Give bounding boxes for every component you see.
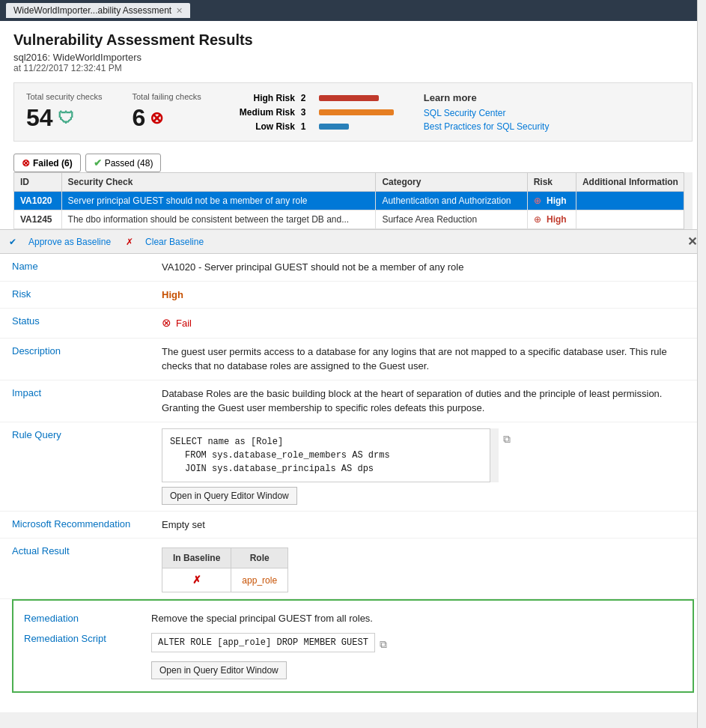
open-remediation-query-button[interactable]: Open in Query Editor Window: [151, 661, 287, 679]
table-scrollbar[interactable]: [684, 172, 693, 229]
col-role: Role: [231, 548, 288, 568]
failed-tab[interactable]: ⊗ Failed (6): [13, 154, 81, 172]
total-failing-value: 6 ⊗: [132, 104, 163, 132]
row-id: VA1020: [14, 192, 62, 210]
script-box: ALTER ROLE [app_role] DROP MEMBER GUEST: [151, 633, 375, 652]
total-failing-stat: Total failing checks 6 ⊗: [132, 92, 201, 132]
script-box-wrapper: ALTER ROLE [app_role] DROP MEMBER GUEST …: [151, 633, 682, 652]
remediation-row: Remediation Remove the special principal…: [24, 608, 682, 628]
page-title: Vulnerability Assessment Results: [13, 31, 693, 49]
script-text: ALTER ROLE [app_role] DROP MEMBER GUEST: [158, 637, 368, 648]
code-line-1: SELECT name as [Role]: [170, 435, 490, 449]
code-line-2: FROM sys.database_role_members AS drms: [185, 449, 490, 462]
name-key: Name: [12, 260, 162, 272]
total-checks-value: 54 🛡: [26, 104, 74, 132]
table-header-row: ID Security Check Category Risk Addition…: [14, 173, 693, 192]
result-header-row: In Baseline Role: [162, 548, 288, 568]
impact-val: Database Roles are the basic building bl…: [162, 386, 694, 416]
risk-label-text: High: [547, 195, 567, 206]
detail-toolbar: ✔ Approve as Baseline ✗ Clear Baseline ✕: [0, 230, 706, 254]
ms-rec-key: Microsoft Recommendation: [12, 518, 162, 530]
passed-tab[interactable]: ✔ Passed (48): [85, 154, 162, 172]
description-key: Description: [12, 345, 162, 357]
approve-baseline-button[interactable]: Approve as Baseline: [28, 237, 111, 247]
code-box-container: SELECT name as [Role] FROM sys.database_…: [162, 428, 499, 482]
passed-tab-label: Passed (48): [105, 158, 153, 169]
detail-name-row: Name VA1020 - Server principal GUEST sho…: [0, 254, 706, 282]
row-risk: ⊕ High: [527, 192, 576, 210]
col-check: Security Check: [61, 173, 376, 192]
remediation-script-key: Remediation Script: [24, 633, 151, 644]
risk-val: High: [162, 288, 694, 303]
remediation-script-val: ALTER ROLE [app_role] DROP MEMBER GUEST …: [151, 633, 682, 679]
high-risk-bar: [319, 95, 379, 101]
medium-risk-bar: [319, 109, 394, 115]
actual-result-table: In Baseline Role ✗ app_role: [162, 547, 288, 592]
actual-result-val: In Baseline Role ✗ app_role: [162, 545, 694, 592]
fail-icon: ⊗: [162, 315, 171, 332]
detail-actual-result-row: Actual Result In Baseline Role: [0, 539, 706, 599]
failed-tab-icon: ⊗: [22, 157, 30, 169]
tab-label: WideWorldImporter...ability Assessment: [13, 5, 171, 16]
remediation-section: Remediation Remove the special principal…: [12, 599, 694, 693]
page-date: at 11/22/2017 12:32:41 PM: [13, 63, 693, 73]
risk-icon: ⊕: [534, 214, 541, 225]
low-risk-row: Low Risk 1: [231, 121, 394, 132]
copy-icon[interactable]: ⧉: [503, 431, 511, 447]
medium-risk-count: 3: [301, 107, 313, 118]
tab-bar: WideWorldImporter...ability Assessment ✕: [6, 3, 190, 18]
sql-security-center-link[interactable]: SQL Security Center: [424, 108, 550, 118]
table-row[interactable]: VA1245 The dbo information should be con…: [14, 210, 693, 229]
detail-status-row: Status ⊗ Fail: [0, 309, 706, 339]
learn-more-section: Learn more SQL Security Center Best Prac…: [424, 92, 550, 132]
rule-query-key: Rule Query: [12, 428, 162, 440]
filter-tabs: ⊗ Failed (6) ✔ Passed (48): [13, 149, 693, 172]
status-key: Status: [12, 315, 162, 327]
detail-panel: ✔ Approve as Baseline ✗ Clear Baseline ✕…: [0, 229, 706, 693]
total-checks-label: Total security checks: [26, 92, 102, 101]
status-val: ⊗ Fail: [162, 315, 694, 332]
risk-key: Risk: [12, 288, 162, 300]
risk-value-text: High: [162, 289, 183, 300]
low-risk-bar: [319, 124, 349, 130]
learn-more-title: Learn more: [424, 92, 550, 103]
col-category: Category: [376, 173, 527, 192]
role-cell: app_role: [231, 568, 288, 592]
high-risk-count: 2: [301, 93, 313, 103]
clear-icon: ✗: [126, 237, 133, 247]
error-icon: ⊗: [150, 109, 163, 128]
active-tab[interactable]: WideWorldImporter...ability Assessment ✕: [6, 3, 190, 18]
row-category: Authentication and Authorization: [376, 192, 527, 210]
code-scrollbar[interactable]: [490, 428, 499, 482]
low-risk-count: 1: [301, 121, 313, 132]
high-risk-row: High Risk 2: [231, 93, 394, 103]
result-data-row: ✗ app_role: [162, 568, 288, 592]
script-copy-icon[interactable]: ⧉: [380, 638, 387, 651]
fail-text: Fail: [176, 316, 192, 331]
x-mark-icon: ✗: [192, 574, 201, 586]
detail-impact-row: Impact Database Roles are the basic buil…: [0, 380, 706, 422]
shield-icon: 🛡: [58, 109, 74, 128]
col-additional: Additional Information: [576, 173, 692, 192]
results-table: ID Security Check Category Risk Addition…: [13, 172, 693, 229]
row-check: The dbo information should be consistent…: [61, 210, 376, 229]
summary-section: Total security checks 54 🛡 Total failing…: [13, 82, 693, 142]
detail-close-button[interactable]: ✕: [687, 234, 697, 249]
open-query-editor-button[interactable]: Open in Query Editor Window: [162, 487, 297, 505]
row-category: Surface Area Reduction: [376, 210, 527, 229]
code-box: SELECT name as [Role] FROM sys.database_…: [162, 428, 499, 482]
risk-label-text: High: [547, 214, 567, 225]
high-risk-label: High Risk: [231, 93, 295, 103]
total-failing-label: Total failing checks: [132, 92, 201, 101]
table-row[interactable]: VA1020 Server principal GUEST should not…: [14, 192, 693, 210]
name-val: VA1020 - Server principal GUEST should n…: [162, 260, 694, 275]
actual-result-key: Actual Result: [12, 545, 162, 556]
row-risk: ⊕ High: [527, 210, 576, 229]
clear-baseline-button[interactable]: Clear Baseline: [145, 237, 204, 247]
passed-tab-icon: ✔: [94, 157, 102, 169]
best-practices-link[interactable]: Best Practices for SQL Security: [424, 121, 550, 132]
tab-close-icon[interactable]: ✕: [176, 6, 183, 16]
row-check: Server principal GUEST should not be a m…: [61, 192, 376, 210]
page-scrollbar[interactable]: [697, 0, 706, 712]
title-bar: WideWorldImporter...ability Assessment ✕: [0, 0, 706, 21]
